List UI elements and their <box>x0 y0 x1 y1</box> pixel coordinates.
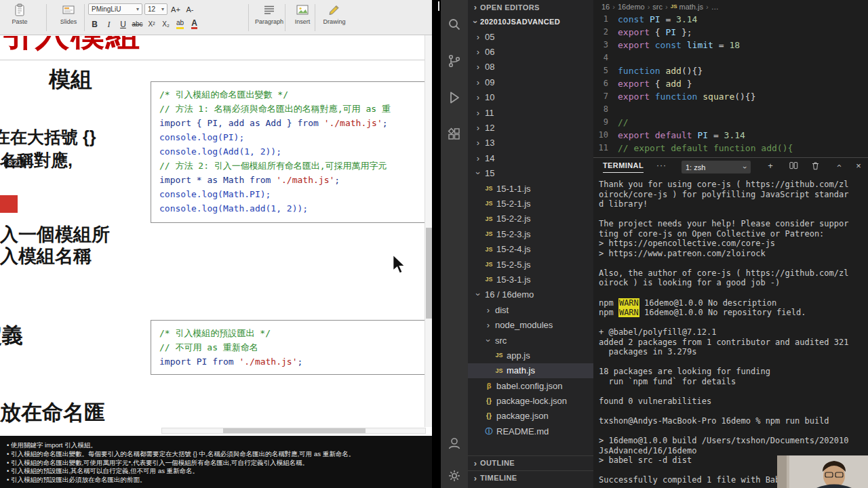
tree-folder-09[interactable]: ›09 <box>468 75 593 89</box>
js-file-icon: JS <box>484 200 494 207</box>
terminal-output[interactable]: Thank you for using core-js ( https://gi… <box>593 176 868 485</box>
tree-file-README.md[interactable]: ⓘREADME.md <box>468 424 593 439</box>
drawing-button[interactable]: Drawing <box>319 3 350 25</box>
new-terminal-button[interactable]: + <box>764 161 776 173</box>
tree-file-15-2-4.js[interactable]: JS15-2-4.js <box>468 241 593 256</box>
run-debug-activity-button[interactable] <box>446 89 462 106</box>
breadcrumb-item[interactable]: 16demo <box>618 3 645 11</box>
font-name-select[interactable]: PMingLiU▾ <box>88 3 142 15</box>
code-line: 11// export default function add(){ <box>593 142 868 155</box>
paste-button[interactable]: Paste <box>4 3 35 25</box>
tree-file-math.js[interactable]: JSmath.js <box>468 363 593 378</box>
breadcrumb-item[interactable]: … <box>711 3 719 11</box>
tree-file-babel.config.json[interactable]: βbabel.config.json <box>468 378 593 393</box>
editor-code[interactable]: 1const PI = 3.142export { PI };3export c… <box>593 13 868 155</box>
babel-file-icon: β <box>484 382 494 390</box>
scrollbar-thumb[interactable] <box>426 228 432 319</box>
screen: Paste Slides PMingLiU▾ 12▾ A+ A- B I U a… <box>0 0 868 488</box>
italic-button[interactable]: I <box>102 18 115 30</box>
paragraph-button[interactable]: Paragraph <box>252 3 286 25</box>
slide-code-line: /* 引入模組的命名匯出變數 */ <box>159 87 432 102</box>
timeline-header[interactable]: ›TIMELINE <box>468 470 593 485</box>
tree-file-15-2-1.js[interactable]: JS15-2-1.js <box>468 196 593 211</box>
chevron-down-icon: › <box>471 17 481 26</box>
tree-folder-05[interactable]: ›05 <box>468 29 593 44</box>
source-control-activity-button[interactable] <box>446 53 462 69</box>
tree-file-15-2-3.js[interactable]: JS15-2-3.js <box>468 226 593 241</box>
horizontal-scrollbar[interactable] <box>161 428 426 434</box>
tree-file-app.js[interactable]: JSapp.js <box>468 348 593 363</box>
tree-file-15-2-2.js[interactable]: JS15-2-2.js <box>468 211 593 226</box>
font-size-select[interactable]: 12▾ <box>144 3 167 15</box>
paragraph-icon <box>262 3 277 18</box>
extensions-icon <box>446 126 462 142</box>
highlight-button[interactable]: ab <box>174 18 186 30</box>
extensions-activity-button[interactable] <box>446 126 462 142</box>
terminal-line: npm WARN 16demo@1.0.0 No description <box>599 298 863 308</box>
vertical-scrollbar[interactable] <box>425 35 432 427</box>
bold-button[interactable]: B <box>88 18 101 30</box>
info-file-icon: ⓘ <box>484 426 494 436</box>
line-number: 7 <box>593 90 618 103</box>
terminal-line: oirock ) is looking for a good job -) <box>599 278 863 288</box>
tree-folder-src[interactable]: ›src <box>468 333 593 348</box>
tree-folder-06[interactable]: ›06 <box>468 44 593 59</box>
breadcrumb-separator-icon: › <box>612 3 615 11</box>
breadcrumb-item[interactable]: 16 <box>601 3 610 11</box>
tree-file-15-3-1.js[interactable]: JS15-3-1.js <box>468 272 593 287</box>
breadcrumb-item[interactable]: src <box>652 3 663 11</box>
tree-file-package.json[interactable]: {}package.json <box>468 409 593 424</box>
tree-file-15-2-5.js[interactable]: JS15-2-5.js <box>468 257 593 272</box>
shrink-font-button[interactable]: A- <box>184 3 196 15</box>
strikethrough-button[interactable]: abc <box>131 18 144 30</box>
tree-item-label: 08 <box>485 62 494 72</box>
code-line: 1const PI = 3.14 <box>593 13 868 26</box>
terminal-panel: TERMINAL ··· 1: zsh› + › × Thank you for… <box>593 157 868 488</box>
tree-folder-12[interactable]: ›12 <box>468 120 593 135</box>
search-activity-button[interactable] <box>446 16 462 33</box>
open-editors-header[interactable]: ›OPEN EDITORS <box>468 0 593 14</box>
tree-folder-11[interactable]: ›11 <box>468 105 593 120</box>
tree-folder-16-16demo[interactable]: ›16 / 16demo <box>468 287 593 302</box>
superscript-button[interactable]: X² <box>145 18 158 30</box>
terminal-line <box>599 386 863 396</box>
underline-button[interactable]: U <box>117 18 130 30</box>
insert-button[interactable]: Insert <box>289 3 316 25</box>
workspace-root-header[interactable]: ›202010JSADVANCED <box>468 14 593 29</box>
close-panel-button[interactable]: × <box>852 161 865 173</box>
tree-folder-dist[interactable]: ›dist <box>468 302 593 317</box>
slides-button[interactable]: Slides <box>53 3 84 25</box>
settings-button[interactable] <box>446 468 462 484</box>
webcam-video <box>777 455 868 488</box>
font-name-value: PMingLiU <box>92 5 121 13</box>
tree-folder-08[interactable]: ›08 <box>468 60 593 75</box>
tree-folder-node_modules[interactable]: ›node_modules <box>468 317 593 332</box>
tree-folder-10[interactable]: ›10 <box>468 90 593 105</box>
toolbar-separator <box>315 4 315 31</box>
js-file-icon: JS <box>484 261 494 268</box>
tree-folder-14[interactable]: ›14 <box>468 150 593 165</box>
more-actions-icon[interactable]: ··· <box>656 161 667 170</box>
terminal-tab[interactable]: TERMINAL <box>603 161 644 173</box>
tree-item-label: 12 <box>485 123 494 133</box>
subscript-button[interactable]: X₂ <box>159 18 172 30</box>
shell-selector[interactable]: 1: zsh› <box>682 161 751 174</box>
note-line: • 使用關鍵字 import 引入模組。 <box>7 441 425 450</box>
tree-file-15-1-1.js[interactable]: JS15-1-1.js <box>468 181 593 196</box>
account-button[interactable] <box>446 435 462 451</box>
chevron-right-icon: › <box>473 62 483 72</box>
split-terminal-button[interactable] <box>787 161 800 173</box>
breadcrumb-item[interactable]: math.js <box>679 3 703 11</box>
tree-folder-13[interactable]: ›13 <box>468 136 593 150</box>
maximize-panel-button[interactable]: › <box>832 161 844 173</box>
terminal-line: JsAdvanced/16/16demo <box>599 446 863 456</box>
tree-file-package-lock.json[interactable]: {}package-lock.json <box>468 393 593 408</box>
terminal-line: 18 packages are looking for funding <box>599 367 863 377</box>
kill-terminal-button[interactable] <box>809 161 821 173</box>
scrollbar-thumb[interactable] <box>223 428 366 433</box>
grow-font-button[interactable]: A+ <box>170 3 182 15</box>
tree-item-label: 15-2-1.js <box>496 199 531 209</box>
font-color-button[interactable]: A <box>188 18 201 30</box>
tree-folder-15[interactable]: ›15 <box>468 166 593 181</box>
outline-header[interactable]: ›OUTLINE <box>468 455 593 470</box>
